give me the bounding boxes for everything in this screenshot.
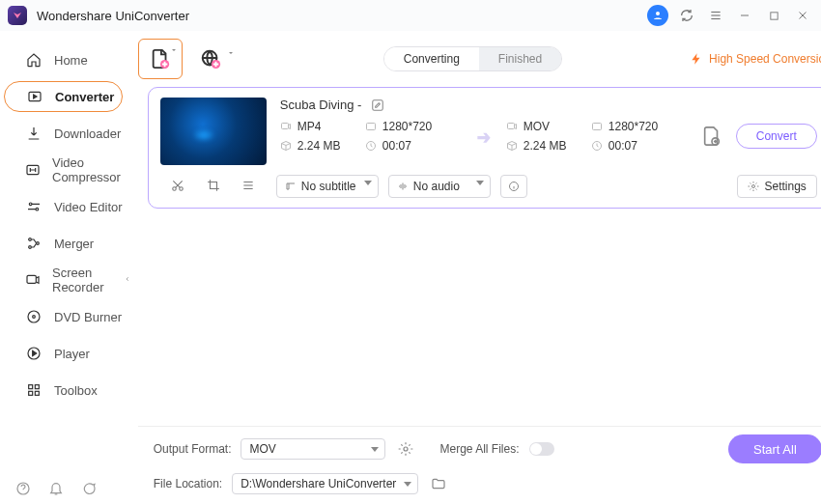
svg-point-11 xyxy=(36,208,39,210)
dst-duration: 00:07 xyxy=(591,139,688,153)
src-resolution: 1280*720 xyxy=(365,120,462,133)
sidebar-label: Video Editor xyxy=(54,200,123,214)
effect-icon[interactable] xyxy=(241,179,255,195)
sidebar-label: Downloader xyxy=(54,126,121,141)
merger-icon xyxy=(25,235,42,252)
sidebar-item-compressor[interactable]: Video Compressor xyxy=(4,154,123,185)
chevron-down-icon xyxy=(170,43,178,57)
recorder-icon xyxy=(25,271,41,289)
svg-rect-29 xyxy=(366,124,375,130)
sidebar-item-recorder[interactable]: Screen Recorder xyxy=(4,265,123,295)
main-panel: Converting Finished High Speed Conversio… xyxy=(130,31,821,504)
sidebar-label: DVD Burner xyxy=(54,310,122,324)
compressor-icon xyxy=(25,161,41,179)
video-thumbnail[interactable] xyxy=(160,98,267,165)
arrow-icon xyxy=(462,126,506,146)
svg-rect-32 xyxy=(592,124,601,130)
svg-rect-27 xyxy=(373,99,383,110)
minimize-button[interactable] xyxy=(734,5,755,26)
close-button[interactable] xyxy=(792,5,813,26)
editor-icon xyxy=(25,198,42,215)
svg-rect-22 xyxy=(35,391,39,395)
account-button[interactable] xyxy=(647,5,668,26)
download-icon xyxy=(25,125,42,142)
gear-icon xyxy=(748,181,759,192)
sidebar-item-toolbox[interactable]: Toolbox xyxy=(4,375,123,406)
help-icon[interactable] xyxy=(15,481,31,496)
crop-icon[interactable] xyxy=(207,179,220,195)
video-title: Scuba Diving - xyxy=(280,98,362,112)
output-preset-button[interactable] xyxy=(697,122,726,151)
src-format: MP4 xyxy=(280,120,365,133)
converter-icon xyxy=(26,88,43,105)
add-url-button[interactable] xyxy=(196,44,225,73)
subtitle-select[interactable]: No subtitle xyxy=(276,175,379,198)
app-title: Wondershare UniConverter xyxy=(37,9,189,23)
file-location-label: File Location: xyxy=(154,477,222,490)
sidebar-item-editor[interactable]: Video Editor xyxy=(4,191,123,222)
merge-label: Merge All Files: xyxy=(439,442,519,456)
output-settings-icon[interactable] xyxy=(395,438,416,460)
start-all-button[interactable]: Start All xyxy=(728,434,821,463)
feedback-icon[interactable] xyxy=(81,481,97,496)
svg-point-12 xyxy=(29,238,32,241)
open-folder-icon[interactable] xyxy=(428,473,449,494)
sidebar-item-dvd[interactable]: DVD Burner xyxy=(4,301,123,332)
sidebar-label: Toolbox xyxy=(54,383,98,398)
menu-button[interactable] xyxy=(705,5,726,26)
sidebar: Home Converter Downloader Video Compress… xyxy=(0,31,130,504)
task-card: Scuba Diving - MP4 2.24 MB 1280*720 00:0… xyxy=(148,87,821,209)
toolbar: Converting Finished High Speed Conversio… xyxy=(138,37,821,81)
sidebar-label: Converter xyxy=(55,90,114,104)
player-icon xyxy=(25,345,42,362)
sidebar-item-downloader[interactable]: Downloader xyxy=(4,118,123,149)
edit-title-icon[interactable] xyxy=(371,98,384,112)
lightning-icon xyxy=(690,52,703,66)
add-file-button[interactable] xyxy=(138,39,183,79)
sidebar-item-converter[interactable]: Converter xyxy=(4,81,123,112)
sidebar-label: Video Compressor xyxy=(52,155,123,184)
collapse-sidebar-button[interactable] xyxy=(123,268,132,290)
svg-point-16 xyxy=(28,311,40,322)
svg-point-10 xyxy=(29,203,32,206)
dst-resolution: 1280*720 xyxy=(591,120,688,133)
merge-toggle[interactable] xyxy=(529,442,554,456)
sync-icon[interactable] xyxy=(676,5,697,26)
audio-select[interactable]: No audio xyxy=(388,175,491,198)
sidebar-label: Merger xyxy=(54,237,94,251)
sidebar-item-merger[interactable]: Merger xyxy=(4,228,123,259)
svg-rect-20 xyxy=(35,385,39,389)
convert-button[interactable]: Convert xyxy=(736,124,817,149)
svg-point-0 xyxy=(656,12,660,15)
footer-bar: Output Format: MOV Merge All Files: Star… xyxy=(138,426,821,504)
maximize-button[interactable] xyxy=(763,5,784,26)
svg-point-13 xyxy=(29,246,32,249)
dst-format: MOV xyxy=(506,120,591,133)
svg-rect-5 xyxy=(770,12,777,18)
sidebar-item-home[interactable]: Home xyxy=(4,44,123,75)
tab-finished[interactable]: Finished xyxy=(479,47,561,70)
svg-rect-31 xyxy=(507,124,514,129)
status-tabs: Converting Finished xyxy=(383,46,562,71)
chevron-down-icon xyxy=(227,46,235,60)
src-duration: 00:07 xyxy=(365,139,462,153)
sidebar-item-player[interactable]: Player xyxy=(4,338,123,369)
sidebar-label: Screen Recorder xyxy=(52,266,123,294)
svg-point-17 xyxy=(33,316,36,319)
high-speed-badge[interactable]: High Speed Conversion xyxy=(690,52,821,66)
sidebar-label: Home xyxy=(54,53,88,68)
output-format-label: Output Format: xyxy=(154,442,232,456)
hsc-label: High Speed Conversion xyxy=(709,52,821,66)
svg-point-42 xyxy=(404,447,408,451)
info-button[interactable] xyxy=(500,175,527,198)
notification-icon[interactable] xyxy=(48,481,64,496)
output-format-select[interactable]: MOV xyxy=(241,438,385,460)
titlebar: Wondershare UniConverter xyxy=(0,0,821,31)
trim-icon[interactable] xyxy=(171,179,184,195)
settings-button[interactable]: Settings xyxy=(737,175,816,198)
file-location-select[interactable]: D:\Wondershare UniConverter xyxy=(232,473,418,494)
svg-point-14 xyxy=(37,242,40,245)
dst-size: 2.24 MB xyxy=(506,139,591,153)
tab-converting[interactable]: Converting xyxy=(384,47,479,70)
dvd-icon xyxy=(25,308,42,325)
